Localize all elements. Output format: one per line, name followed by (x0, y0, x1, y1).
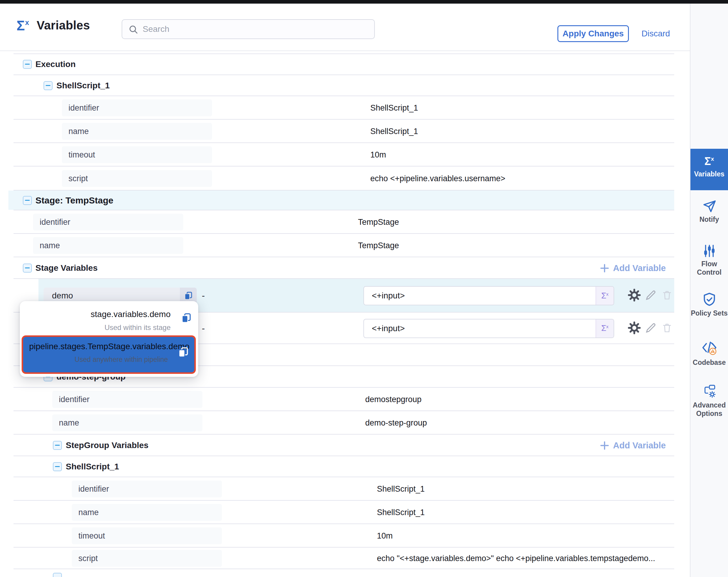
prop-value: ShellScript_1 (377, 508, 425, 517)
collapse-minus-icon[interactable] (23, 196, 32, 205)
prop-label-chip: name (62, 123, 212, 140)
popup-item-subtitle: Used anywhere within pipeline (75, 355, 168, 363)
prop-label-chip: name (72, 504, 222, 521)
search-input[interactable] (142, 21, 365, 37)
gear-icon (628, 321, 641, 334)
sidebar-item-flow-control[interactable]: Flow Control (691, 244, 728, 276)
shield-check-icon (702, 292, 717, 307)
variable-value-input[interactable]: <+input> Σx (363, 319, 614, 338)
copy-icon (181, 312, 191, 323)
copy-icon (178, 347, 189, 358)
variable-reference-popup: stage.variables.demo Used within its sta… (20, 301, 198, 377)
sidebar-item-variables[interactable]: Σx Variables (691, 149, 728, 190)
prop-row-identifier: identifier ShellScript_1 (0, 477, 674, 501)
prop-label-chip: name (52, 415, 202, 431)
prop-value: echo <+pipeline.variables.username> (370, 174, 505, 183)
edit-variable-button[interactable] (645, 322, 657, 335)
flowchart-gear-icon (702, 384, 717, 399)
prop-row-script: script echo "<+stage.variables.demo>" ec… (0, 548, 674, 569)
sidebar-item-policy-sets[interactable]: Policy Sets (691, 292, 728, 317)
window-top-edge (0, 0, 728, 4)
section-label: Stage Variables (35, 263, 98, 273)
runtime-input-toggle[interactable]: Σx (596, 287, 614, 305)
collapse-minus-icon-partial[interactable] (53, 573, 62, 577)
prop-label-chip: script (72, 550, 222, 567)
prop-value: 10m (370, 150, 386, 159)
prop-row-identifier: identifier demostepgroup (0, 388, 674, 411)
variables-panel: Σx Variables Apply Changes Discard Execu… (0, 0, 728, 577)
section-row-shellscript1-nested: ShellScript_1 (0, 456, 674, 477)
prop-label-chip: timeout (72, 527, 222, 544)
prop-row-name: name ShellScript_1 (0, 501, 674, 524)
variable-settings-button[interactable] (628, 321, 641, 336)
add-variable-button[interactable]: Add Variable (600, 441, 666, 450)
variable-value: <+input> (372, 320, 405, 337)
sidebar-item-notify[interactable]: Notify (691, 199, 728, 224)
collapse-minus-icon[interactable] (44, 81, 53, 90)
prop-row-identifier: identifier TempStage (0, 210, 674, 234)
edit-variable-button[interactable] (645, 289, 657, 303)
variable-value: <+input> (372, 287, 405, 305)
paper-plane-icon (702, 199, 717, 214)
prop-row-script: script echo <+pipeline.variables.usernam… (0, 167, 674, 191)
section-label: StepGroup Variables (66, 441, 148, 450)
section-label: Execution (35, 59, 76, 69)
copy-reference-button[interactable] (181, 312, 191, 325)
plus-icon (600, 264, 609, 272)
add-variable-button[interactable]: Add Variable (600, 263, 666, 273)
prop-row-name: name ShellScript_1 (0, 120, 674, 143)
prop-label-chip: script (62, 170, 212, 187)
copy-icon (184, 291, 193, 300)
collapse-minus-icon[interactable] (23, 60, 32, 69)
section-row-execution: Execution (0, 53, 674, 75)
collapse-minus-icon[interactable] (53, 441, 62, 450)
sidebar-item-advanced-options[interactable]: Advanced Options (691, 384, 728, 418)
delete-variable-button[interactable] (661, 322, 673, 335)
sigma-variables-icon: Σx (691, 155, 728, 168)
prop-label-chip: identifier (72, 480, 222, 497)
prop-value: TempStage (358, 241, 399, 250)
prop-value: demo-step-group (365, 418, 427, 428)
prop-value: ShellScript_1 (370, 103, 418, 113)
required-dash: - (202, 323, 205, 333)
prop-label-chip: identifier (52, 391, 202, 408)
sigma-variables-icon: Σx (17, 18, 29, 34)
stage-header-row: Stage: TempStage (0, 191, 674, 210)
prop-value: 10m (377, 531, 393, 541)
popup-item-subtitle: Used within its stage (105, 323, 171, 332)
collapse-minus-icon[interactable] (53, 462, 62, 471)
variable-settings-button[interactable] (628, 288, 641, 303)
popup-item-selected[interactable]: pipeline.stages.TempStage.variables.demo… (22, 335, 196, 374)
section-row-stepgroup-variables: StepGroup Variables Add Variable (0, 434, 674, 456)
gear-icon (628, 288, 641, 302)
page-title: Variables (37, 19, 90, 32)
prop-value: ShellScript_1 (377, 484, 425, 494)
required-dash: - (202, 291, 205, 301)
trash-icon (661, 322, 673, 333)
prop-row-timeout: timeout 10m (0, 524, 674, 548)
right-sidebar: Σx Variables Notify Flow Control Policy … (690, 0, 728, 577)
section-row-shellscript1: ShellScript_1 (0, 75, 674, 96)
plus-icon (600, 441, 609, 450)
pencil-icon (645, 289, 657, 301)
runtime-input-toggle[interactable]: Σx (596, 320, 614, 337)
prop-value: echo "<+stage.variables.demo>" echo <+pi… (377, 554, 655, 563)
section-row-stage-variables: Stage Variables Add Variable (0, 257, 674, 279)
prop-row-timeout: timeout 10m (0, 143, 674, 167)
pencil-icon (645, 322, 657, 334)
prop-value: TempStage (358, 218, 399, 227)
prop-row-name: name demo-step-group (0, 411, 674, 434)
variable-value-input[interactable]: <+input> Σx (363, 286, 614, 305)
sidebar-item-codebase[interactable]: Codebase (691, 340, 728, 367)
discard-button[interactable]: Discard (642, 25, 670, 42)
sliders-icon (702, 244, 716, 258)
copy-reference-button[interactable] (178, 347, 189, 359)
apply-changes-button[interactable]: Apply Changes (557, 25, 629, 42)
prop-label-chip: identifier (33, 214, 183, 230)
delete-variable-button[interactable] (661, 290, 673, 302)
popup-item-title: pipeline.stages.TempStage.variables.demo (29, 342, 189, 351)
collapse-minus-icon[interactable] (23, 264, 32, 273)
stage-title: Stage: TempStage (35, 195, 113, 205)
popup-item-title[interactable]: stage.variables.demo (91, 309, 171, 319)
prop-row-identifier: identifier ShellScript_1 (0, 96, 674, 120)
